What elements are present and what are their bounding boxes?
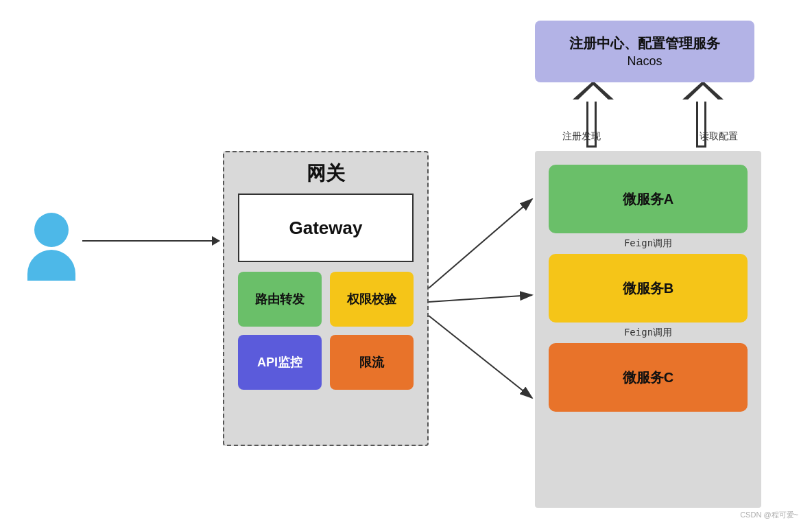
arrow-user-to-gateway [82, 240, 219, 242]
feature-rate-limit: 限流 [330, 335, 414, 390]
diagram-container: 注册中心、配置管理服务 Nacos 注册发现 读取配置 网关 Gateway 路… [0, 0, 812, 527]
gateway-box: 网关 Gateway 路由转发 权限校验 API监控 限流 [223, 151, 429, 446]
arrow-to-service-c [429, 316, 532, 398]
label-register: 注册发现 [562, 130, 601, 143]
watermark: CSDN @程可爱~ [740, 510, 798, 520]
nacos-box: 注册中心、配置管理服务 Nacos [535, 21, 754, 82]
user-head [34, 213, 69, 247]
gateway-label: Gateway [289, 218, 363, 239]
service-a: 微服务A [549, 165, 748, 233]
label-read: 读取配置 [700, 130, 738, 143]
gateway-title: 网关 [224, 161, 427, 187]
service-c: 微服务C [549, 343, 748, 412]
service-b-label: 微服务B [623, 279, 673, 298]
up-arrow-hollow-head-2 [686, 85, 720, 102]
feign-label-1: Feign调用 [549, 237, 748, 250]
up-arrow-head-1 [573, 81, 614, 99]
up-arrow-head-2 [682, 81, 724, 99]
feign-label-2: Feign调用 [549, 327, 748, 339]
feature-api-label: API监控 [257, 354, 302, 371]
feature-auth: 权限校验 [330, 272, 414, 327]
services-box: 微服务A Feign调用 微服务B Feign调用 微服务C [535, 151, 761, 508]
nacos-title: 注册中心、配置管理服务 [569, 34, 720, 53]
user-icon [27, 213, 75, 281]
arrow-to-service-b [429, 295, 532, 302]
feature-routing: 路由转发 [238, 272, 322, 327]
nacos-subtitle: Nacos [627, 54, 662, 69]
feature-auth-label: 权限校验 [347, 291, 396, 307]
feature-routing-label: 路由转发 [255, 291, 304, 307]
arrow-to-service-a [429, 199, 532, 288]
service-c-label: 微服务C [623, 368, 673, 387]
features-grid: 路由转发 权限校验 API监控 限流 [238, 272, 414, 390]
user-body [27, 250, 75, 281]
gateway-inner-box: Gateway [238, 194, 414, 262]
up-arrow-hollow-head-1 [576, 85, 610, 102]
feature-api-monitor: API监控 [238, 335, 322, 390]
service-b: 微服务B [549, 254, 748, 323]
feature-limit-label: 限流 [359, 354, 384, 371]
service-a-label: 微服务A [623, 190, 673, 209]
